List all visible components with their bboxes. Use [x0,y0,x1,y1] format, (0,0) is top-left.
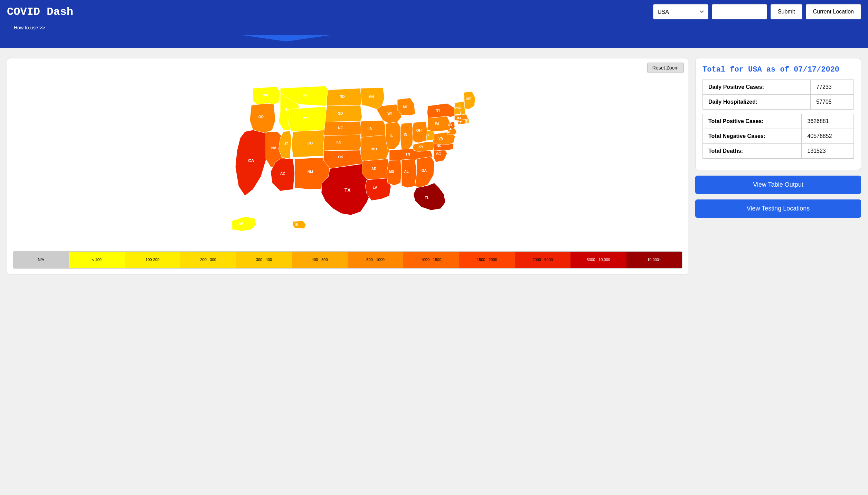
table-row: Total Negative Cases: 40576852 [703,129,854,144]
total-deaths-value: 131523 [802,144,854,159]
svg-text:AL: AL [404,170,409,174]
svg-text:MI: MI [403,105,407,109]
legend-na: N/A [13,252,69,268]
svg-text:SD: SD [338,112,343,115]
stats-card: Total for USA as of 07/17/2020 Daily Pos… [695,58,861,170]
svg-text:LA: LA [372,186,377,189]
svg-text:VA: VA [438,137,443,140]
reset-zoom-button[interactable]: Reset Zoom [647,63,684,73]
svg-text:ID: ID [285,108,289,111]
legend-lt100: < 100 [69,252,124,268]
svg-text:HI: HI [295,223,298,226]
svg-text:RI: RI [466,120,468,123]
map-container: WA OR CA NV ID MT [13,67,682,247]
svg-text:MD: MD [445,130,450,133]
total-deaths-label: Total Deaths: [703,144,802,159]
state-ny[interactable] [427,103,456,118]
view-testing-button[interactable]: View Testing Locations [695,199,861,218]
svg-text:OR: OR [258,115,264,119]
state-la[interactable] [365,178,391,200]
current-location-button[interactable]: Current Location [806,4,861,19]
svg-text:AR: AR [371,167,377,171]
state-il[interactable] [386,122,402,149]
submit-button[interactable]: Submit [771,4,802,19]
view-table-button[interactable]: View Table Output [695,176,861,194]
svg-text:MO: MO [371,147,377,151]
svg-text:NH: NH [458,106,462,110]
how-to-use-link[interactable]: How to use >> [7,24,52,35]
svg-text:OH: OH [416,129,422,132]
svg-text:NY: NY [435,109,440,112]
total-negative-label: Total Negative Cases: [703,129,802,144]
svg-text:NM: NM [308,170,313,174]
svg-text:NV: NV [271,146,276,150]
map-panel: Reset Zoom WA OR CA NV [7,58,688,274]
svg-text:AZ: AZ [280,172,285,176]
daily-positive-label: Daily Positive Cases: [703,80,811,95]
svg-text:AK: AK [238,222,244,225]
svg-text:MT: MT [303,93,308,97]
svg-text:FL: FL [425,196,430,200]
date-input[interactable]: 07/17/2020 [712,4,767,19]
table-row: Total Deaths: 131523 [703,144,854,159]
legend-400-500: 400 - 500 [292,252,348,268]
total-positive-label: Total Positive Cases: [703,114,802,129]
svg-text:OK: OK [338,155,343,159]
svg-text:MN: MN [368,95,374,99]
svg-text:UT: UT [283,142,288,146]
daily-positive-value: 77233 [811,80,854,95]
table-row: Total Positive Cases: 3626881 [703,114,854,129]
daily-stats-table: Daily Positive Cases: 77233 Daily Hospit… [702,80,854,110]
svg-text:TX: TX [345,187,351,193]
daily-hospitalized-label: Daily Hospitalized: [703,95,811,110]
svg-text:PA: PA [435,122,440,126]
app-title: COVID Dash [7,6,73,18]
legend-200-300: 200 - 300 [180,252,236,268]
svg-text:WY: WY [303,116,309,120]
svg-text:CA: CA [248,158,254,163]
svg-text:NE: NE [338,126,343,130]
stats-panel: Total for USA as of 07/17/2020 Daily Pos… [695,58,861,274]
header: COVID Dash USA AlabamaAlaskaArizona Arka… [0,0,868,48]
svg-text:ND: ND [340,95,345,99]
map-legend: N/A < 100 100-200 200 - 300 300 - 400 40… [13,251,682,269]
svg-text:VT: VT [454,106,458,110]
legend-500-1000: 500 - 1000 [348,252,403,268]
svg-text:KY: KY [418,145,423,149]
table-row: Daily Positive Cases: 77233 [703,80,854,95]
svg-text:MS: MS [389,170,394,174]
state-sd[interactable] [325,105,362,122]
table-row: Daily Hospitalized: 57705 [703,95,854,110]
main-content: Reset Zoom WA OR CA NV [0,51,868,281]
legend-1500-2000: 1500 - 2000 [459,252,515,268]
svg-text:ME: ME [466,97,472,101]
svg-text:GA: GA [422,169,427,172]
svg-text:IA: IA [368,127,372,131]
legend-5000-10000: 5000 - 10,000 [570,252,626,268]
total-negative-value: 40576852 [802,129,854,144]
location-dropdown[interactable]: USA AlabamaAlaskaArizona ArkansasCalifor… [653,4,708,19]
state-ky[interactable] [413,142,434,151]
legend-2000-5000: 2000 - 5000 [515,252,570,268]
state-ks[interactable] [323,135,361,151]
state-ak[interactable] [232,217,256,231]
svg-text:MA: MA [457,116,461,120]
legend-100-200: 100-200 [125,252,180,268]
svg-text:WI: WI [387,112,392,115]
header-top: COVID Dash USA AlabamaAlaskaArizona Arka… [0,0,868,24]
svg-text:WA: WA [263,93,268,97]
svg-text:CO: CO [308,141,313,145]
svg-text:NJ: NJ [449,123,452,127]
svg-text:IN: IN [404,133,407,137]
legend-10000plus: 10,000+ [626,252,682,268]
stats-title: Total for USA as of 07/17/2020 [702,65,854,74]
svg-text:CT: CT [458,121,462,124]
svg-text:TN: TN [405,152,410,156]
legend-1000-1500: 1000 - 1500 [403,252,459,268]
total-positive-value: 3626881 [802,114,854,129]
svg-text:NC: NC [436,144,442,148]
daily-hospitalized-value: 57705 [811,95,854,110]
header-controls: USA AlabamaAlaskaArizona ArkansasCalifor… [653,4,861,19]
legend-300-400: 300 - 400 [236,252,292,268]
svg-text:IL: IL [390,133,393,137]
